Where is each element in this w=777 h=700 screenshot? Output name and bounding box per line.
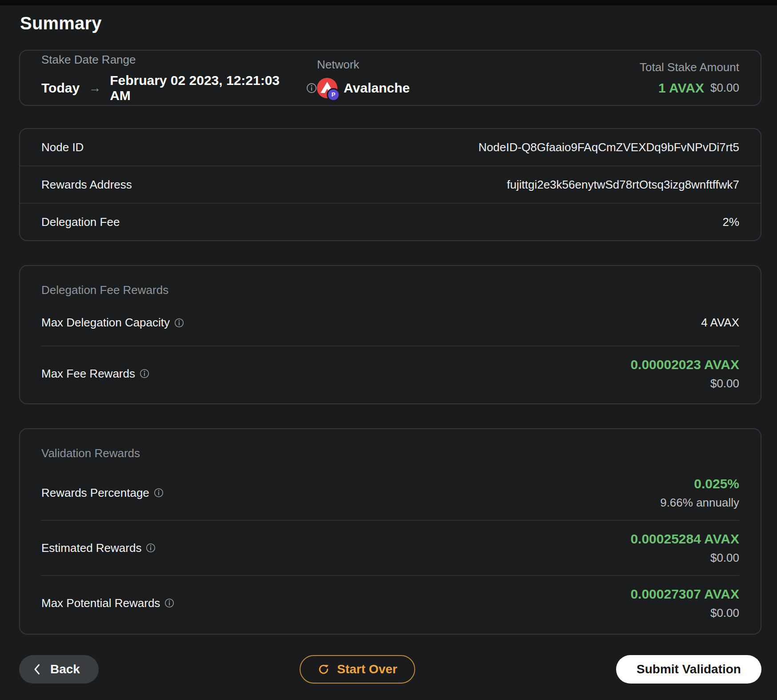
node-id-label: Node ID	[41, 141, 84, 154]
node-id-value: NodeID-Q8Gfaaio9FAqCmZVEXDq9bFvNPvDi7rt5	[478, 141, 739, 154]
p-chain-badge: P	[327, 88, 340, 101]
back-button-label: Back	[50, 662, 80, 676]
chevron-left-icon	[33, 664, 40, 675]
summary-page: Summary Stake Date Range Today → Februar…	[0, 0, 777, 684]
rewards-address-label: Rewards Address	[41, 178, 132, 192]
node-details-card: Node ID NodeID-Q8Gfaaio9FAqCmZVEXDq9bFvN…	[19, 128, 761, 241]
table-row-delegation-fee: Delegation Fee 2%	[20, 203, 761, 240]
max-fee-rewards-info-icon[interactable]	[140, 369, 149, 378]
network-label: Network	[317, 58, 566, 72]
total-stake-amount: 1 AVAX	[658, 80, 704, 96]
table-row-node-id: Node ID NodeID-Q8Gfaaio9FAqCmZVEXDq9bFvN…	[20, 129, 761, 165]
table-row-rewards-address: Rewards Address fujittgi2e3k56enytwSd78r…	[20, 165, 761, 203]
validation-rewards-card: Validation Rewards Rewards Percentage 0.…	[19, 428, 761, 635]
max-potential-rewards-info-icon[interactable]	[164, 598, 174, 608]
max-potential-rewards-label: Max Potential Rewards	[41, 596, 160, 610]
delegation-fee-value: 2%	[722, 215, 739, 229]
rewards-percentage-annual: 9.66% annually	[660, 496, 739, 509]
restart-icon	[317, 663, 330, 676]
max-fee-rewards-row: Max Fee Rewards 0.00002023 AVAX $0.00	[41, 346, 739, 403]
max-fee-rewards-usd: $0.00	[630, 377, 739, 390]
stake-date-range-label: Stake Date Range	[41, 53, 317, 67]
stake-date-to: February 02 2023, 12:21:03 AM	[110, 73, 297, 103]
estimated-rewards-value: 0.00025284 AVAX	[630, 531, 739, 547]
submit-validation-button[interactable]: Submit Validation	[616, 655, 761, 684]
rewards-percentage-value: 0.025%	[660, 476, 739, 491]
estimated-rewards-row: Estimated Rewards 0.00025284 AVAX $0.00	[41, 520, 739, 575]
estimated-rewards-usd: $0.00	[630, 551, 739, 564]
back-button[interactable]: Back	[19, 655, 99, 684]
delegation-fee-rewards-title: Delegation Fee Rewards	[41, 283, 739, 297]
rewards-percentage-label: Rewards Percentage	[41, 486, 149, 500]
submit-validation-button-label: Submit Validation	[637, 662, 741, 676]
delegation-fee-rewards-card: Delegation Fee Rewards Max Delegation Ca…	[19, 265, 761, 404]
network-value: Avalanche	[344, 80, 410, 96]
arrow-right-icon: →	[88, 81, 101, 95]
max-potential-rewards-row: Max Potential Rewards 0.00027307 AVAX $0…	[41, 575, 739, 630]
max-delegation-capacity-label: Max Delegation Capacity	[41, 316, 170, 330]
rewards-percentage-info-icon[interactable]	[154, 488, 164, 498]
stake-date-from: Today	[41, 80, 80, 96]
rewards-percentage-row: Rewards Percentage 0.025% 9.66% annually	[41, 466, 739, 520]
estimated-rewards-label: Estimated Rewards	[41, 541, 141, 555]
max-potential-rewards-value: 0.00027307 AVAX	[630, 587, 739, 602]
max-delegation-capacity-row: Max Delegation Capacity 4 AVAX	[41, 316, 739, 346]
top-edge-divider	[0, 0, 777, 5]
network-field: Network P Avalanche	[317, 58, 566, 98]
validation-rewards-title: Validation Rewards	[41, 446, 739, 460]
start-over-button-label: Start Over	[337, 662, 397, 676]
max-delegation-capacity-info-icon[interactable]	[174, 318, 184, 328]
rewards-address-value: fujittgi2e3k56enytwSd78rtOtsq3izg8wnftff…	[507, 178, 739, 192]
stake-overview-card: Stake Date Range Today → February 02 202…	[19, 50, 761, 106]
total-stake-label: Total Stake Amount	[566, 60, 739, 74]
stake-date-range-field: Stake Date Range Today → February 02 202…	[41, 53, 317, 103]
avalanche-logo-icon: P	[317, 78, 337, 98]
total-stake-field: Total Stake Amount 1 AVAX $0.00	[566, 60, 739, 96]
max-delegation-capacity-value: 4 AVAX	[701, 316, 739, 330]
max-potential-rewards-usd: $0.00	[630, 606, 739, 620]
total-stake-usd: $0.00	[710, 81, 739, 95]
estimated-rewards-info-icon[interactable]	[146, 543, 156, 553]
delegation-fee-label: Delegation Fee	[41, 215, 120, 229]
footer-actions: Back Start Over Submit Validation	[19, 655, 761, 684]
max-fee-rewards-value: 0.00002023 AVAX	[630, 357, 739, 372]
start-over-button[interactable]: Start Over	[300, 655, 415, 684]
page-title: Summary	[20, 13, 761, 33]
max-fee-rewards-label: Max Fee Rewards	[41, 367, 135, 381]
stake-date-info-icon[interactable]	[306, 83, 317, 93]
